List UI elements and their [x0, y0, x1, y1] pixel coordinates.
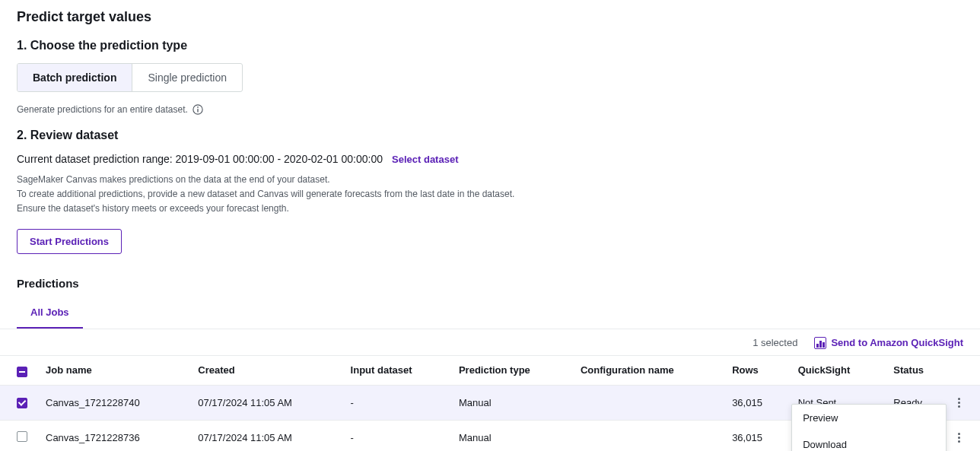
- cell-config-name: [571, 385, 723, 420]
- col-quicksight: QuickSight: [789, 355, 885, 385]
- row-actions-menu-button[interactable]: [955, 430, 963, 446]
- dataset-note-2: To create additional predictions, provid…: [17, 187, 963, 202]
- section1-heading: 1. Choose the prediction type: [17, 39, 963, 52]
- menu-item-download[interactable]: Download: [792, 431, 946, 451]
- selected-count: 1 selected: [752, 337, 797, 348]
- predictions-heading: Predictions: [17, 277, 963, 290]
- section2-heading: 2. Review dataset: [17, 129, 963, 142]
- row-actions-menu-button[interactable]: [955, 395, 963, 411]
- predictions-subtabs: All Jobs: [0, 297, 980, 329]
- range-value: 2019-09-01 00:00:00 - 2020-02-01 00:00:0…: [176, 153, 383, 165]
- col-job-name: Job name: [37, 355, 189, 385]
- row-context-menu: Preview Download Delete Send to Amazon Q…: [791, 404, 947, 451]
- cell-prediction-type: Manual: [450, 385, 571, 420]
- cell-rows: 36,015: [723, 385, 789, 420]
- row-checkbox[interactable]: [17, 398, 27, 408]
- cell-rows: 36,015: [723, 420, 789, 451]
- dataset-note-3: Ensure the dataset's history meets or ex…: [17, 202, 963, 216]
- page-title: Predict target values: [17, 9, 963, 25]
- table-toolbar: 1 selected Send to Amazon QuickSight: [17, 329, 963, 355]
- select-dataset-link[interactable]: Select dataset: [392, 154, 458, 165]
- cell-created: 07/17/2024 11:05 AM: [189, 385, 341, 420]
- prediction-type-help: Generate predictions for an entire datas…: [17, 104, 963, 115]
- prediction-type-tabs: Batch prediction Single prediction: [17, 63, 243, 92]
- col-prediction-type: Prediction type: [450, 355, 571, 385]
- tab-all-jobs[interactable]: All Jobs: [17, 297, 83, 329]
- chart-icon: [814, 337, 826, 349]
- svg-point-2: [197, 106, 199, 108]
- tab-single-prediction[interactable]: Single prediction: [132, 64, 242, 91]
- qs-link-label: Send to Amazon QuickSight: [831, 337, 963, 348]
- send-to-quicksight-link[interactable]: Send to Amazon QuickSight: [814, 337, 963, 349]
- col-config-name: Configuration name: [571, 355, 723, 385]
- col-rows: Rows: [723, 355, 789, 385]
- info-icon[interactable]: [192, 104, 203, 115]
- menu-item-preview[interactable]: Preview: [792, 405, 946, 431]
- select-all-checkbox[interactable]: [17, 367, 27, 377]
- row-checkbox[interactable]: [17, 431, 27, 442]
- cell-input-dataset: -: [342, 385, 450, 420]
- col-input-dataset: Input dataset: [342, 355, 450, 385]
- dataset-note-1: SageMaker Canvas makes predictions on th…: [17, 173, 963, 187]
- cell-input-dataset: -: [342, 420, 450, 451]
- cell-prediction-type: Manual: [450, 420, 571, 451]
- cell-created: 07/17/2024 11:05 AM: [189, 420, 341, 451]
- range-prefix: Current dataset prediction range:: [17, 153, 176, 165]
- tab-batch-prediction[interactable]: Batch prediction: [18, 64, 132, 91]
- col-status: Status: [884, 355, 980, 385]
- cell-job-name: Canvas_1721228740: [37, 385, 189, 420]
- cell-job-name: Canvas_1721228736: [37, 420, 189, 451]
- svg-rect-1: [197, 109, 198, 112]
- cell-config-name: [571, 420, 723, 451]
- start-predictions-button[interactable]: Start Predictions: [17, 229, 122, 254]
- col-created: Created: [189, 355, 341, 385]
- dataset-range-label: Current dataset prediction range: 2019-0…: [17, 153, 383, 165]
- help-text-label: Generate predictions for an entire datas…: [17, 104, 188, 115]
